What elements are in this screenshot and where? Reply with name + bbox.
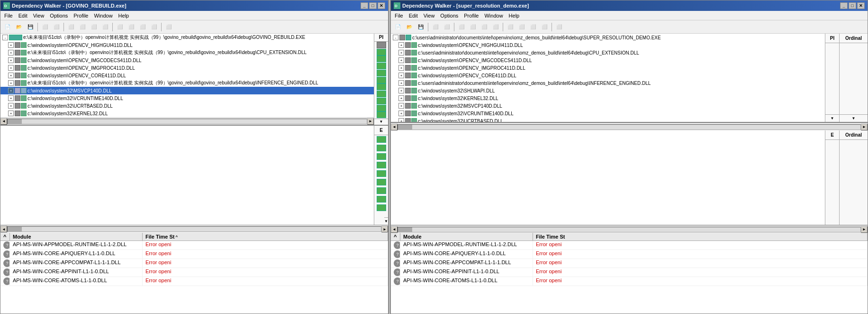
tree-row[interactable]: + c:\windows\system\OPENCV_IMGPROC411D.D… — [391, 64, 825, 72]
tree-toggle-1[interactable]: + — [8, 42, 14, 48]
tree-row[interactable]: + c:\windows\system32\MSVCP140D.DLL — [391, 102, 825, 110]
left-mid-hscroll[interactable]: ◄ ► — [0, 225, 388, 233]
tree-row[interactable]: + c:\users\administrator\documents\intel… — [391, 79, 825, 87]
table-row[interactable]: ? API-MS-WIN-APPMODEL-RUNTIME-L1-1-2.DLL… — [391, 241, 868, 250]
left-tb-b1[interactable]: ⬜ — [40, 22, 50, 32]
tree-row[interactable]: + c:\windows\system32\SHLWAPI.DLL — [391, 87, 825, 94]
tree-row[interactable]: + c:\windows\system32\UCRTBASED.DLL — [391, 117, 825, 122]
left-mid-hscroll-right[interactable]: ► — [381, 226, 388, 232]
left-tb-b8[interactable]: ⬜ — [126, 22, 136, 32]
table-row[interactable]: ? API-MS-WIN-CORE-APPCOMPAT-L1-1-1.DLL E… — [0, 259, 388, 268]
right-tree-toggle-9[interactable]: + — [398, 103, 404, 109]
tree-toggle-10[interactable]: + — [8, 111, 14, 116]
tree-row[interactable]: + c:\windows\system32\KERNEL32.DLL — [391, 94, 825, 102]
tree-toggle-5[interactable]: + — [8, 73, 14, 78]
right-tree-toggle-6[interactable]: + — [398, 80, 404, 86]
left-tree-hscroll[interactable]: ◄ ► — [0, 117, 374, 125]
tree-row[interactable]: + c:\windows\system\OPENCV_HIGHGUI411D.D… — [391, 41, 825, 49]
right-tree-toggle-7[interactable]: + — [398, 88, 404, 93]
right-col-filetime-header[interactable]: File Time St — [533, 233, 868, 240]
right-mid-hscroll-left[interactable]: ◄ — [391, 226, 398, 233]
table-row[interactable]: ? API-MS-WIN-CORE-APIQUERY-L1-1-0.DLL Er… — [0, 250, 388, 259]
right-tree-toggle-11[interactable]: + — [398, 118, 404, 122]
right-menu-file[interactable]: File — [392, 12, 406, 19]
tree-toggle-3[interactable]: + — [8, 57, 14, 63]
tree-row[interactable]: + c:\windows\system\OPENCV_IMGCODECS411D… — [391, 56, 825, 64]
tree-row[interactable]: + c:\users\administrator\documents\intel… — [391, 49, 825, 56]
left-menu-file[interactable]: File — [1, 12, 16, 19]
right-maximize-button[interactable]: □ — [849, 2, 856, 9]
left-hscroll-bar[interactable] — [7, 119, 367, 124]
left-tb-b2[interactable]: ⬜ — [51, 22, 62, 32]
tree-row[interactable]: + c:\windows\system32\VCRUNTIME140D.DLL — [391, 110, 825, 117]
tree-row[interactable]: + c:\windows\system\OPENCV_CORE411D.DLL — [391, 72, 825, 79]
right-col-sort-header[interactable]: ^ — [391, 233, 400, 240]
tree-toggle-8[interactable]: + — [8, 95, 14, 101]
right-mid-panel[interactable] — [391, 130, 825, 225]
right-tree-toggle-8[interactable]: + — [398, 95, 404, 101]
left-tb-b10[interactable]: ⬜ — [149, 22, 159, 32]
right-menu-view[interactable]: View — [421, 12, 438, 19]
tree-row[interactable]: - c:\users\administrator\documents\intel… — [391, 34, 825, 41]
left-col-filetime-header[interactable]: File Time St ^ — [143, 233, 388, 240]
table-row[interactable]: ? API-MS-WIN-CORE-APPINIT-L1-1-0.DLL Err… — [391, 268, 868, 277]
right-tree-toggle-1[interactable]: + — [398, 42, 404, 48]
right-tb-b9[interactable]: ⬜ — [528, 22, 538, 32]
table-row[interactable]: ? API-MS-WIN-APPMODEL-RUNTIME-L1-1-2.DLL… — [0, 241, 388, 250]
left-tree-area[interactable]: - e:\未来项目\51cto\（录制中）openvino计算机视觉 实例实战（… — [0, 34, 374, 117]
left-hscroll-right[interactable]: ► — [367, 118, 374, 125]
left-menu-profile[interactable]: Profile — [71, 12, 91, 19]
right-tb-b6[interactable]: ⬜ — [490, 22, 501, 32]
right-tree-area[interactable]: - c:\users\administrator\documents\intel… — [391, 34, 825, 122]
right-menu-window[interactable]: Window — [481, 12, 506, 19]
tree-row[interactable]: + e:\未来项目\51cto\（录制中）openvino计算机视觉 实例实战（… — [0, 49, 374, 56]
right-hscroll-left[interactable]: ◄ — [391, 124, 398, 130]
left-tb-b7[interactable]: ⬜ — [115, 22, 125, 32]
tree-row[interactable]: + c:\windows\system\OPENCV_HIGHGUI411D.D… — [0, 41, 374, 49]
right-tb-new[interactable]: 📄 — [393, 22, 403, 32]
right-menu-edit[interactable]: Edit — [406, 12, 421, 19]
right-tb-b5[interactable]: ⬜ — [479, 22, 489, 32]
left-mid-vscroll-dn[interactable]: ▼ — [384, 217, 388, 225]
right-bottom-table[interactable]: ^ Module File Time St ? API-MS-WIN-APPMO… — [391, 233, 868, 314]
table-row[interactable]: ? API-MS-WIN-CORE-APPINIT-L1-1-0.DLL Err… — [0, 268, 388, 277]
left-menu-edit[interactable]: Edit — [16, 12, 30, 19]
right-tb-b4[interactable]: ⬜ — [468, 22, 478, 32]
tree-row[interactable]: + c:\windows\system32\VCRUNTIME140D.DLL — [0, 94, 374, 102]
left-bottom-table[interactable]: ^ Module File Time St ^ ? API-MS-WIN-APP… — [0, 233, 388, 314]
left-col-sort-header[interactable]: ^ — [0, 233, 10, 240]
right-mid-hscroll-right[interactable]: ► — [861, 226, 868, 233]
right-hscroll-bar[interactable] — [398, 124, 861, 130]
table-row[interactable]: ? API-MS-WIN-CORE-APIQUERY-L1-1-0.DLL Er… — [391, 250, 868, 259]
tree-row[interactable]: + e:\未来项目\51cto\（录制中）openvino计算机视觉 实例实战（… — [0, 79, 374, 87]
left-tb-b9[interactable]: ⬜ — [137, 22, 148, 32]
left-tb-open[interactable]: 📂 — [14, 22, 24, 32]
left-minimize-button[interactable]: _ — [361, 2, 368, 9]
left-menu-window[interactable]: Window — [91, 12, 115, 19]
right-mid-hscroll-bar[interactable] — [398, 227, 861, 232]
tree-row-selected[interactable]: + c:\windows\system32\MSVCP140D.DLL — [0, 87, 374, 94]
left-tb-b6[interactable]: ⬜ — [100, 22, 110, 32]
right-tb-b7[interactable]: ⬜ — [505, 22, 515, 32]
right-tree-toggle-3[interactable]: + — [398, 57, 404, 63]
left-tb-b4[interactable]: ⬜ — [77, 22, 88, 32]
table-row[interactable]: ? API-MS-WIN-CORE-ATOMS-L1-1-0.DLL Error… — [0, 277, 388, 286]
right-tree-toggle-2[interactable]: + — [398, 50, 404, 55]
left-tb-b3[interactable]: ⬜ — [66, 22, 76, 32]
tree-toggle-6[interactable]: + — [8, 80, 14, 86]
right-tree-toggle-0[interactable]: - — [393, 35, 398, 40]
tree-row[interactable]: + c:\windows\system\OPENCV_IMGCODECS411D… — [0, 56, 374, 64]
left-menu-options[interactable]: Options — [47, 12, 71, 19]
right-tb-open[interactable]: 📂 — [404, 22, 415, 32]
tree-row[interactable]: + c:\windows\system\OPENCV_CORE411D.DLL — [0, 72, 374, 79]
right-tree-toggle-5[interactable]: + — [398, 73, 404, 78]
right-vscroll-arrow-dn[interactable]: ▼ — [825, 114, 839, 122]
left-mid-panel[interactable] — [0, 126, 374, 225]
tree-toggle-4[interactable]: + — [8, 65, 14, 71]
tree-toggle-7[interactable]: + — [8, 88, 14, 93]
right-minimize-button[interactable]: _ — [840, 2, 848, 9]
left-tb-b11[interactable]: ⬜ — [163, 22, 174, 32]
tree-row[interactable]: + c:\windows\system\OPENCV_IMGPROC411D.D… — [0, 64, 374, 72]
right-tb-b8[interactable]: ⬜ — [516, 22, 527, 32]
right-col-module-header[interactable]: Module — [400, 233, 533, 240]
